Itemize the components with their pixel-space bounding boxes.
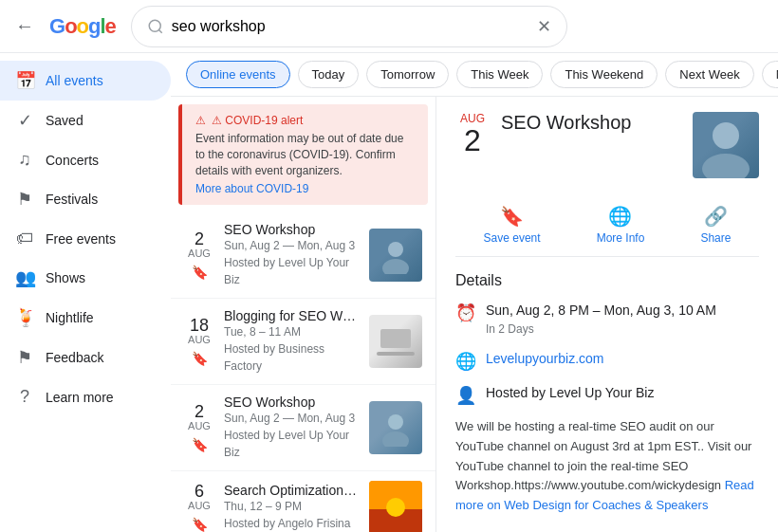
svg-point-7 — [382, 431, 409, 447]
sidebar-item-label: Saved — [46, 113, 83, 128]
sidebar-item-feedback[interactable]: ⚑ Feedback — [0, 338, 171, 377]
globe-icon: 🌐 — [455, 351, 474, 372]
content-area: ⚠ ⚠ COVID-19 alert Event information may… — [171, 97, 778, 532]
svg-point-0 — [149, 20, 160, 31]
svg-line-1 — [158, 29, 161, 32]
event-date-1: 18 AUG 🔖 — [184, 317, 214, 366]
header: ← Google ✕ — [0, 0, 778, 53]
sidebar-item-label: Shows — [46, 270, 85, 285]
bookmark-icon-3[interactable]: 🔖 — [192, 517, 208, 532]
search-bar: ✕ — [131, 6, 567, 47]
event-thumb-3 — [369, 481, 422, 532]
main-container: 📅 All events ✓ Saved ♫ Concerts ⚑ Festiv… — [0, 53, 778, 532]
google-logo: Google — [49, 14, 116, 39]
flag-icon: ⚑ — [15, 189, 34, 210]
event-date-3: 6 AUG 🔖 — [184, 483, 214, 532]
search-icon — [147, 18, 164, 35]
filter-chip-today[interactable]: Today — [298, 61, 360, 88]
event-info-0: SEO Workshop Sun, Aug 2 — Mon, Aug 3 Hos… — [224, 222, 360, 288]
svg-rect-5 — [377, 352, 415, 356]
clear-icon[interactable]: ✕ — [537, 16, 551, 37]
help-icon: ? — [15, 387, 34, 407]
svg-point-2 — [388, 242, 403, 257]
sidebar-item-label: Free events — [46, 231, 116, 247]
feedback-icon: ⚑ — [15, 347, 34, 368]
svg-point-10 — [386, 498, 405, 517]
sidebar-item-label: All events — [46, 73, 103, 88]
event-info-2: SEO Workshop Sun, Aug 2 — Mon, Aug 3 Hos… — [224, 394, 360, 461]
results-panel: ⚠ ⚠ COVID-19 alert Event information may… — [171, 97, 436, 532]
music-icon: ♫ — [15, 150, 34, 170]
filter-chip-this-weekend[interactable]: This Weekend — [550, 61, 658, 88]
sidebar-item-shows[interactable]: 👥 Shows — [0, 258, 171, 298]
sidebar-item-label: Feedback — [46, 350, 103, 365]
sidebar-item-label: Learn more — [46, 390, 114, 405]
filter-chip-next-month[interactable]: Next Month — [762, 61, 778, 88]
svg-point-6 — [388, 414, 403, 430]
event-item-3[interactable]: 6 AUG 🔖 Search Optimization WorkShop Thu… — [171, 471, 435, 532]
sidebar-item-learn-more[interactable]: ? Learn more — [0, 377, 171, 416]
sidebar-item-label: Concerts — [46, 153, 99, 168]
save-event-action[interactable]: 🔖 Save event — [484, 205, 541, 245]
event-thumb-0 — [369, 229, 422, 282]
cocktail-icon: 🍹 — [15, 307, 34, 328]
share-action[interactable]: 🔗 Share — [700, 205, 731, 245]
calendar-icon: 📅 — [15, 70, 34, 91]
filters-row: Online events Today Tomorrow This Week T… — [171, 53, 778, 97]
event-item-2[interactable]: 2 AUG 🔖 SEO Workshop Sun, Aug 2 — Mon, A… — [171, 385, 435, 471]
event-thumb-1 — [369, 315, 422, 368]
event-thumb-2 — [369, 401, 422, 454]
detail-row-datetime: ⏰ Sun, Aug 2, 8 PM – Mon, Aug 3, 10 AM I… — [455, 301, 759, 338]
event-info-1: Blogging for SEO Workshop Tue, 8 – 11 AM… — [224, 308, 360, 375]
sidebar-item-all-events[interactable]: 📅 All events — [0, 61, 171, 101]
sidebar-item-nightlife[interactable]: 🍹 Nightlife — [0, 298, 171, 338]
svg-rect-4 — [380, 329, 411, 348]
sidebar-item-concerts[interactable]: ♫ Concerts — [0, 140, 171, 179]
sidebar-item-label: Festivals — [46, 192, 98, 207]
filter-chip-tomorrow[interactable]: Tomorrow — [366, 61, 449, 88]
save-event-icon: 🔖 — [500, 205, 524, 228]
tag-icon: 🏷 — [15, 229, 34, 248]
check-icon: ✓ — [15, 110, 34, 131]
search-input[interactable] — [172, 18, 529, 35]
filter-chip-online[interactable]: Online events — [186, 61, 290, 88]
share-icon: 🔗 — [704, 205, 728, 228]
covid-more-link[interactable]: More about COVID-19 — [195, 182, 308, 195]
sidebar: 📅 All events ✓ Saved ♫ Concerts ⚑ Festiv… — [0, 53, 171, 532]
sidebar-item-free-events[interactable]: 🏷 Free events — [0, 219, 171, 258]
person-icon: 👥 — [15, 267, 34, 288]
event-item-0[interactable]: 2 AUG 🔖 SEO Workshop Sun, Aug 2 — Mon, A… — [171, 212, 435, 299]
detail-title: SEO Workshop — [501, 112, 681, 134]
covid-alert: ⚠ ⚠ COVID-19 alert Event information may… — [178, 104, 428, 205]
event-date-0: 2 AUG 🔖 — [184, 230, 214, 280]
back-icon[interactable]: ← — [15, 15, 34, 37]
sidebar-item-saved[interactable]: ✓ Saved — [0, 101, 171, 140]
filter-chip-this-week[interactable]: This Week — [456, 61, 543, 88]
warning-icon: ⚠ — [195, 114, 206, 127]
clock-icon: ⏰ — [455, 303, 474, 323]
sidebar-item-label: Nightlife — [46, 310, 94, 325]
more-info-action[interactable]: 🌐 More Info — [597, 205, 645, 245]
detail-actions: 🔖 Save event 🌐 More Info 🔗 Share — [455, 193, 759, 257]
sidebar-item-festivals[interactable]: ⚑ Festivals — [0, 179, 171, 219]
details-section: Details ⏰ Sun, Aug 2, 8 PM – Mon, Aug 3,… — [455, 272, 759, 532]
bookmark-icon-0[interactable]: 🔖 — [192, 265, 208, 280]
detail-panel: AUG 2 SEO Workshop 🔖 Save event 🌐 — [436, 97, 778, 532]
event-item-1[interactable]: 18 AUG 🔖 Blogging for SEO Workshop Tue, … — [171, 299, 435, 385]
bookmark-icon-2[interactable]: 🔖 — [192, 437, 208, 452]
svg-point-13 — [713, 122, 739, 149]
filter-chip-next-week[interactable]: Next Week — [665, 61, 753, 88]
detail-row-website: 🌐 Levelupyourbiz.com — [455, 349, 759, 372]
event-date-2: 2 AUG 🔖 — [184, 403, 214, 452]
detail-row-host: 👤 Hosted by Level Up Your Biz — [455, 383, 759, 406]
detail-thumbnail — [693, 112, 759, 178]
detail-date-block: AUG 2 — [455, 112, 490, 156]
website-link[interactable]: Levelupyourbiz.com — [486, 351, 604, 366]
svg-point-3 — [382, 259, 409, 274]
bookmark-icon-1[interactable]: 🔖 — [192, 351, 208, 366]
person-icon: 👤 — [455, 385, 474, 406]
detail-description: We will be hosting a real-time SEO audit… — [455, 417, 759, 516]
detail-header: AUG 2 SEO Workshop — [455, 112, 759, 178]
more-info-icon: 🌐 — [608, 205, 632, 228]
svg-point-14 — [702, 154, 750, 178]
